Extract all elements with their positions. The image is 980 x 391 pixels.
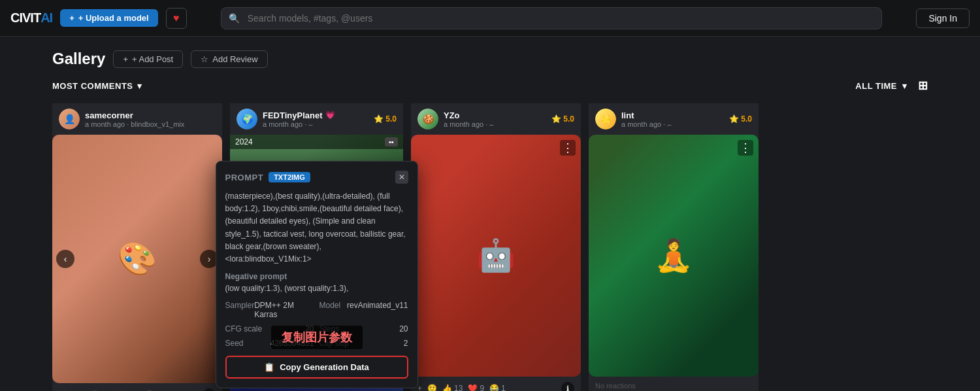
usermeta-yzo: a month ago · – [444,120,546,128]
card-meditation-header: 🌟 lint a month ago · – ⭐ 5.0 [589,103,759,135]
negative-prompt-label: Negative prompt [225,272,408,281]
prompt-label: Prompt [225,173,264,182]
card-meditation: 🌟 lint a month ago · – ⭐ 5.0 🧘 ⋮ No reac… [589,103,759,391]
sign-in-label: Sign In [928,13,957,24]
cards-grid: 👤 samecorner a month ago · blindbox_v1_m… [52,103,928,391]
gallery-header: Gallery + + Add Post ☆ Add Review [52,50,928,68]
sign-in-button[interactable]: Sign In [916,8,970,28]
meditation-image: 🧘 [589,135,759,377]
star-icon-yzo: ⭐ [551,114,561,124]
sort-label: MOST COMMENTS [52,81,133,91]
user-info-fed: FEDTinyPlanet 💗 a month ago · – [263,110,368,128]
star-badge-lint: ⭐ 5.0 [729,114,752,124]
logo: CIVITAI [10,10,52,26]
copy-icon: 📋 [264,362,274,372]
robot-image: 🤖 [411,135,581,377]
card-anime: 👤 samecorner a month ago · blindbox_v1_m… [52,103,222,391]
filter-row: MOST COMMENTS ▾ ALL TIME ▾ ⊞ [52,78,928,93]
username-samecorner: samecorner [85,110,216,120]
robot-menu-button[interactable]: ⋮ [560,140,576,156]
expand-icon: ⊞ [918,78,928,93]
star-icon-fed: ⭐ [374,114,384,124]
star-badge-fed: ⭐ 5.0 [374,114,397,124]
username-yzo: YZo [444,110,546,120]
usermeta-fed: a month ago · – [263,120,368,128]
logo-ai-text: AI [41,10,52,26]
user-info-samecorner: samecorner a month ago · blindbox_v1_mix [85,110,216,128]
info-button[interactable]: ℹ [203,388,216,391]
param-sampler: Sampler DPM++ 2M Karras [225,299,314,320]
popup-content: Prompt TXT2IMG ✕ (masterpiece),(best qua… [216,161,418,388]
type-badge: TXT2IMG [269,172,310,182]
time-label: ALL TIME [855,81,897,91]
sort-filter[interactable]: MOST COMMENTS ▾ [52,81,142,91]
card-anime-footer: 👍285 👎13 ❤️292 😂25 🎮8 ℹ [52,383,222,391]
header: CIVITAI + + Upload a model ♥ 🔍 Sign In [0,0,980,37]
robot-laugh: 😂1 [489,384,506,391]
user-info-lint: lint a month ago · – [621,110,724,128]
add-post-button[interactable]: + + Add Post [113,50,183,68]
usermeta-lint: a month ago · – [621,120,724,128]
prompt-text: (masterpiece),(best quality),(ultra-deta… [225,190,408,265]
upload-icon: + [69,13,74,23]
card-panda-header: 🌍 FEDTinyPlanet 💗 a month ago · – ⭐ 5.0 [230,103,403,135]
generation-popup: Prompt TXT2IMG ✕ (masterpiece),(best qua… [216,161,418,388]
add-review-label: Add Review [212,54,257,64]
user-info-yzo: YZo a month ago · – [444,110,546,128]
verified-icon: 💗 [325,110,335,120]
card-robot: 🍪 YZo a month ago · – ⭐ 5.0 🤖 ⋮ + 🙂 👍13 [411,103,581,391]
search-input[interactable] [221,7,883,29]
username-lint: lint [621,110,724,120]
negative-prompt-text: (low quality:1.3), (worst quality:1.3), [225,284,408,293]
avatar-lint: 🌟 [595,109,616,129]
robot-emoji: 🙂 [427,384,437,391]
popup-header: Prompt TXT2IMG ✕ [225,171,408,184]
sort-chevron-icon: ▾ [137,81,142,91]
robot-add-button[interactable]: + [417,384,422,391]
card-meditation-footer: No reactions [589,377,759,391]
add-post-label: + Add Post [132,54,173,64]
card-anime-image: 🎨 [52,135,222,383]
avatar-fed: 🌍 [237,109,257,129]
panda-image-wrapper: 🐼 2024 ▪▪ Prompt TXT2IMG ✕ ( [230,135,403,288]
card-anime-header: 👤 samecorner a month ago · blindbox_v1_m… [52,103,222,135]
year-bar-controls: ▪▪ [385,137,398,146]
search-bar: 🔍 [221,7,883,29]
username-fed: FEDTinyPlanet [263,110,323,120]
popup-close-button[interactable]: ✕ [395,171,408,184]
logo-civit-text: CIVIT [10,10,41,26]
upload-model-button[interactable]: + + Upload a model [60,9,158,27]
star-badge-yzo: ⭐ 5.0 [551,114,574,124]
avatar-yzo: 🍪 [417,109,438,129]
cn-overlay: 复制图片参数 [271,326,363,349]
upload-label: + Upload a model [78,13,149,23]
robot-image-wrapper: 🤖 ⋮ [411,135,581,377]
avatar-samecorner: 👤 [59,109,80,129]
copy-generation-data-button[interactable]: 📋 Copy Generation Data [225,356,408,379]
meditation-menu-button[interactable]: ⋮ [738,140,753,156]
add-review-button[interactable]: ☆ Add Review [191,50,267,68]
star-icon: ☆ [201,54,208,64]
copy-btn-label: Copy Generation Data [280,362,369,372]
page-content: Gallery + + Add Post ☆ Add Review MOST C… [0,37,980,391]
time-chevron-icon: ▾ [902,81,907,91]
search-icon: 🔍 [229,13,240,24]
meditation-image-wrapper: 🧘 ⋮ [589,135,759,377]
gallery-title: Gallery [52,50,105,68]
usermeta-samecorner: a month ago · blindbox_v1_mix [85,120,216,128]
star-icon-lint: ⭐ [729,114,739,124]
year-bar: 2024 ▪▪ [230,135,403,149]
favorite-button[interactable]: ♥ [166,8,187,29]
card-panda-stack: 🌍 FEDTinyPlanet 💗 a month ago · – ⭐ 5.0 … [230,103,403,391]
robot-info-button[interactable]: ℹ [561,382,574,391]
card-anime-image-wrapper: 🎨 ‹ › [52,135,222,383]
card-robot-header: 🍪 YZo a month ago · – ⭐ 5.0 [411,103,581,135]
robot-heart: ❤️9 [468,384,484,391]
param-model: Model revAnimated_v11 [319,299,408,320]
robot-thumbup: 👍13 [442,384,463,391]
card-robot-footer: + 🙂 👍13 ❤️9 😂1 ℹ [411,377,581,391]
meditation-empty-footer: No reactions [595,382,636,390]
plus-icon: + [123,54,128,64]
prev-arrow[interactable]: ‹ [56,250,74,268]
time-filter[interactable]: ALL TIME ▾ ⊞ [855,78,928,93]
